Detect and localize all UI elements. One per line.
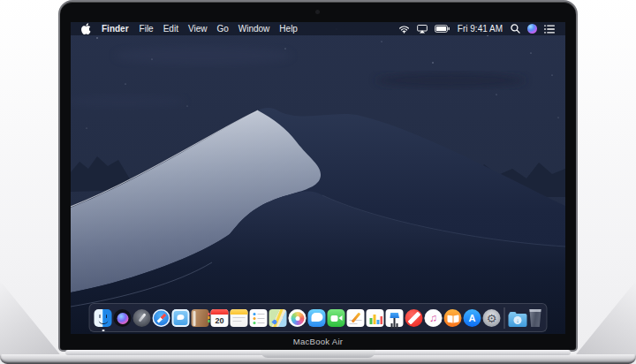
sysprefs-glyph: ⚙ xyxy=(483,309,501,327)
dock-item-launchpad[interactable] xyxy=(133,305,151,330)
dock-item-maps[interactable] xyxy=(269,305,287,330)
menu-help[interactable]: Help xyxy=(279,24,298,34)
numbers-icon xyxy=(367,309,384,327)
active-app-menu[interactable]: Finder xyxy=(102,24,129,34)
dock-item-siri[interactable] xyxy=(114,305,132,330)
dock-item-keynote[interactable] xyxy=(386,305,404,330)
dock-item-pages[interactable] xyxy=(347,305,365,330)
messages-icon xyxy=(308,309,326,327)
appstore-glyph: A xyxy=(464,309,481,327)
siri-icon[interactable] xyxy=(527,24,537,34)
dock-item-calendar[interactable]: 20 xyxy=(211,305,229,330)
dock-trailing: ↓ xyxy=(509,305,542,330)
running-indicator xyxy=(102,330,105,332)
notes-icon xyxy=(231,309,248,327)
itunes-glyph: ♫ xyxy=(425,309,443,327)
menu-bar-status-area: Fri 9:41 AM xyxy=(398,24,555,34)
finder-icon xyxy=(95,309,112,327)
macbook-air-product-image: Finder FileEditViewGoWindowHelp xyxy=(0,0,636,364)
mail-icon xyxy=(172,309,190,327)
laptop-base-left-wedge xyxy=(0,279,60,357)
apple-logo-icon xyxy=(81,23,91,34)
lid-opening-notch xyxy=(261,350,375,358)
dock-item-itunes[interactable]: ♫ xyxy=(425,305,443,330)
dock: 20♫A⚙ ↓ xyxy=(89,303,548,332)
photos-icon xyxy=(289,309,307,327)
calendar-icon: 20 xyxy=(211,309,229,327)
dock-item-facetime[interactable] xyxy=(328,305,345,330)
launchpad-icon xyxy=(133,309,151,327)
pages-icon xyxy=(347,309,365,327)
notification-list-icon[interactable] xyxy=(544,25,555,34)
reminders-icon xyxy=(250,309,268,327)
keynote-icon xyxy=(386,309,404,327)
dock-item-safari[interactable] xyxy=(153,305,170,330)
maps-icon xyxy=(269,309,287,327)
camera-dot xyxy=(316,11,319,13)
menu-edit[interactable]: Edit xyxy=(163,24,178,34)
dock-separator xyxy=(504,307,505,329)
menu-go[interactable]: Go xyxy=(216,24,228,34)
downloads-icon: ↓ xyxy=(509,314,527,327)
menu-items: FileEditViewGoWindowHelp xyxy=(140,24,298,34)
trash-icon xyxy=(529,309,542,327)
battery-icon[interactable] xyxy=(435,25,450,33)
laptop-lid: Finder FileEditViewGoWindowHelp xyxy=(58,0,578,352)
downloads-glyph: ↓ xyxy=(509,314,527,327)
spotlight-search-icon[interactable] xyxy=(511,24,520,34)
itunes-icon: ♫ xyxy=(425,309,443,327)
apple-menu[interactable] xyxy=(81,23,91,34)
news-icon xyxy=(405,309,423,327)
wifi-icon[interactable] xyxy=(398,25,410,34)
dock-item-photos[interactable] xyxy=(289,305,307,330)
model-label: MacBook Air xyxy=(60,337,576,346)
safari-icon xyxy=(153,309,170,327)
appstore-icon: A xyxy=(464,309,481,327)
dock-item-contacts[interactable] xyxy=(192,305,209,330)
dock-item-downloads[interactable]: ↓ xyxy=(509,305,527,330)
calendar-glyph: 20 xyxy=(211,314,229,327)
dock-item-finder[interactable] xyxy=(95,305,112,330)
dock-item-mail[interactable] xyxy=(172,305,190,330)
dock-item-books[interactable] xyxy=(444,305,462,330)
menu-bar: Finder FileEditViewGoWindowHelp xyxy=(71,22,565,35)
dock-item-trash[interactable] xyxy=(529,305,542,330)
dock-item-news[interactable] xyxy=(405,305,423,330)
dock-item-reminders[interactable] xyxy=(250,305,268,330)
siri-icon xyxy=(114,309,132,327)
dock-item-notes[interactable] xyxy=(231,305,248,330)
screen: Finder FileEditViewGoWindowHelp xyxy=(71,22,565,334)
dock-item-numbers[interactable] xyxy=(367,305,384,330)
contacts-icon xyxy=(192,309,209,327)
menu-window[interactable]: Window xyxy=(238,24,270,34)
dock-apps: 20♫A⚙ xyxy=(95,305,501,330)
menu-file[interactable]: File xyxy=(140,24,154,34)
dock-item-appstore[interactable]: A xyxy=(464,305,481,330)
dock-item-messages[interactable] xyxy=(308,305,326,330)
sysprefs-icon: ⚙ xyxy=(483,309,501,327)
airplay-display-icon[interactable] xyxy=(417,25,428,34)
menu-view[interactable]: View xyxy=(188,24,208,34)
mojave-night-wallpaper xyxy=(71,22,565,334)
facetime-icon xyxy=(328,309,345,327)
menu-bar-clock[interactable]: Fri 9:41 AM xyxy=(457,24,504,34)
dock-item-sysprefs[interactable]: ⚙ xyxy=(483,305,501,330)
books-icon xyxy=(444,309,462,327)
laptop-base-right-wedge xyxy=(576,279,636,357)
